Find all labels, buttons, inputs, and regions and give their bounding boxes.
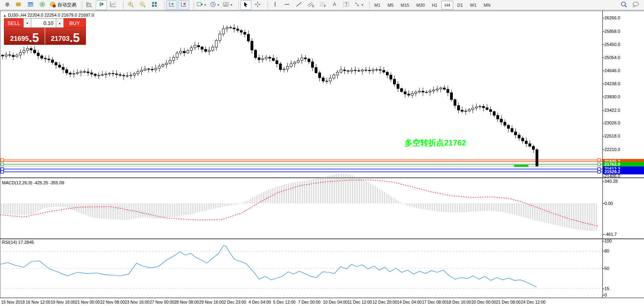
svg-text:F: F [324, 5, 326, 8]
volume-down-button[interactable]: ▼ [23, 18, 31, 28]
axis-tick-label: 15 [604, 286, 609, 291]
text-label-button[interactable]: T [341, 0, 352, 10]
crosshair-button[interactable] [252, 0, 263, 10]
toolbar-separator [79, 1, 82, 9]
candlestick-chart-button[interactable] [96, 0, 107, 10]
vertical-line-icon [273, 1, 277, 9]
axis-tick-label: 23422.0 [604, 108, 620, 113]
axis-tick-label: 0.00 [604, 201, 613, 206]
chart-window: ▲DJ30-,H4 22204.0 22254.0 21679.0 21697.… [0, 11, 644, 306]
horizontal-line-button[interactable] [281, 0, 293, 10]
autotrading-icon [50, 1, 56, 9]
timeframe-button-m15[interactable]: M15 [397, 1, 412, 10]
time-tick-label: 21 Nov 00:00 [75, 300, 100, 304]
fibonacci-button[interactable]: F [317, 0, 328, 10]
timeframe-button-h4[interactable]: H4 [441, 1, 453, 10]
toolbar-separator [367, 1, 370, 9]
axis-tick-label: 24238.0 [604, 81, 620, 86]
timeframe-button-d1[interactable]: D1 [454, 1, 466, 10]
time-tick-label: 28 Nov 08:00 [174, 300, 199, 304]
axis-tick-label: 100 [604, 239, 612, 243]
time-tick-label: 18 Dec 16:00 [446, 300, 471, 304]
axis-tick-label: 25450.0 [604, 42, 620, 47]
cursor-icon [243, 2, 249, 9]
chat-icon [632, 1, 639, 9]
time-tick-label: 7 Dec 00:00 [298, 300, 321, 304]
dropdown-arrow-icon: ▼ [361, 4, 364, 6]
timeframe-group: M1M5M15M30H1H4D1W1MN [371, 1, 494, 10]
new-chart-button[interactable]: ▼ [196, 0, 208, 10]
crosshair-icon [255, 1, 261, 9]
svg-text:E: E [312, 5, 314, 8]
svg-text:T: T [345, 2, 348, 7]
timeframe-button-h1[interactable]: H1 [429, 1, 441, 10]
auto-scroll-button[interactable] [178, 0, 189, 10]
chart-shift-button[interactable] [166, 0, 177, 10]
trendline-button[interactable] [293, 0, 304, 10]
axis-tick-label: 23830.0 [604, 94, 620, 99]
buy-price[interactable]: 21703 .5 [45, 28, 85, 44]
clock-icon [210, 1, 216, 9]
chart-title: ▲DJ30-,H4 22204.0 22254.0 21679.0 21697.… [3, 13, 94, 17]
toolbar: 单 自动交易 ▼ ▼ [0, 0, 644, 10]
dropdown-arrow-icon: ▼ [217, 4, 220, 6]
svg-text:A: A [333, 2, 336, 7]
toolbar-separator [161, 1, 165, 9]
line-chart-button[interactable] [108, 0, 119, 10]
equidistant-channel-button[interactable]: E [305, 0, 316, 10]
axis-tick-label: 80 [604, 249, 609, 253]
arrows-icon [354, 1, 360, 9]
axis-tick-label: 22618.0 [604, 134, 620, 138]
axis-tick-label: 0 [604, 293, 607, 297]
toolbar-separator [191, 1, 194, 9]
volume-input[interactable] [31, 18, 56, 28]
time-tick-label: 24 Dec 12:00 [521, 300, 545, 304]
time-tick-label: 5 Dec 12:00 [273, 300, 296, 304]
sell-price[interactable]: 21695 .5 [4, 28, 45, 44]
periods-button[interactable]: ▼ [209, 0, 221, 10]
hline-price-label: 21529.2 [603, 169, 644, 174]
search-button[interactable] [618, 0, 629, 10]
chart-annotation-text: 多空转折点21762 [405, 138, 466, 148]
chart-canvas[interactable] [0, 11, 644, 306]
candlestick-chart-icon [98, 1, 104, 9]
chart-shift-icon [169, 1, 175, 9]
macd-indicator-label: MACD(12,26,9) -425.25 -355.09 [2, 180, 64, 185]
bar-chart-button[interactable] [84, 0, 95, 10]
vertical-line-button[interactable] [270, 0, 281, 10]
timeframe-button-m5[interactable]: M5 [384, 1, 397, 10]
window-collapse-icon[interactable]: ▲ [3, 14, 6, 17]
tile-windows-button[interactable] [149, 0, 160, 10]
zoom-in-button[interactable] [125, 0, 136, 10]
buy-button[interactable]: BUY [64, 18, 86, 28]
timeframe-button-m1[interactable]: M1 [371, 1, 384, 10]
time-tick-label: 10 Dec 04:00 [323, 300, 348, 304]
text-button[interactable]: A [329, 0, 340, 10]
timeframe-button-mn[interactable]: MN [481, 1, 494, 10]
navigator-icon [27, 1, 34, 9]
rsi-indicator-label: RSI(14) 17.2845 [2, 240, 34, 245]
sell-price-main: 21695 [10, 35, 28, 42]
navigator-button[interactable] [25, 0, 36, 10]
buy-price-main: 21703 [51, 35, 69, 42]
new-order-button[interactable]: 单 [1, 0, 12, 10]
volume-up-button[interactable]: ▲ [56, 18, 64, 28]
sell-button[interactable]: SELL [4, 18, 23, 28]
time-tick-label: 27 Nov 00:00 [150, 300, 174, 304]
timeframe-button-m30[interactable]: M30 [413, 1, 428, 10]
arrows-button[interactable]: ▼ [353, 0, 365, 10]
time-tick-label: 20 Dec 00:00 [471, 300, 496, 304]
cursor-button[interactable] [240, 0, 251, 10]
dropdown-arrow-icon: ▼ [230, 4, 233, 6]
toolbar-separator [236, 1, 239, 9]
chat-button[interactable] [630, 0, 641, 10]
signals-button[interactable] [37, 0, 48, 10]
zoom-out-button[interactable] [137, 0, 148, 10]
autotrading-button[interactable]: 自动交易 [49, 0, 78, 10]
axis-tick-label: 340.28 [604, 179, 618, 184]
fibonacci-icon: F [319, 1, 326, 9]
timeframe-button-w1[interactable]: W1 [467, 1, 480, 10]
marketwatch-button[interactable] [13, 0, 24, 10]
toolbar-separator [265, 1, 268, 9]
templates-button[interactable]: ▼ [222, 0, 234, 10]
